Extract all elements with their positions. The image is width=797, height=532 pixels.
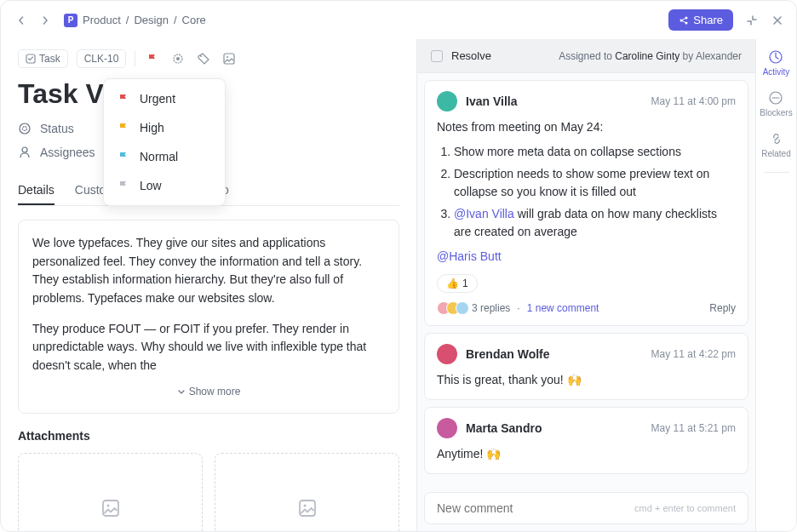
avatar — [437, 344, 457, 364]
breadcrumb-space-icon: P — [64, 14, 77, 27]
svg-point-8 — [226, 56, 228, 58]
reply-count[interactable]: 3 replies — [472, 302, 510, 314]
mention[interactable]: @Haris Butt — [437, 249, 502, 263]
comment-body: Anytime! 🙌 — [437, 445, 736, 463]
svg-point-9 — [20, 123, 30, 134]
svg-point-13 — [106, 505, 109, 507]
avatar — [437, 91, 457, 112]
description-text: They produce FOUT — or FOIT if you prefe… — [32, 320, 385, 375]
attachment-placeholder[interactable] — [18, 453, 203, 531]
comment-time: May 11 at 5:21 pm — [651, 422, 736, 434]
tag-icon[interactable] — [195, 50, 212, 67]
assigned-text: Assigned to Caroline Ginty by Alexander — [559, 50, 742, 62]
priority-option-high[interactable]: High — [104, 113, 225, 142]
svg-point-10 — [23, 127, 27, 131]
mention[interactable]: @Ivan Villa — [454, 207, 514, 220]
svg-point-6 — [200, 55, 202, 57]
close-icon[interactable] — [771, 14, 784, 27]
svg-rect-14 — [300, 501, 315, 516]
comment-card: Brendan Wolfe May 11 at 4:22 pm This is … — [424, 333, 748, 400]
rail-blockers[interactable]: Blockers — [760, 90, 792, 117]
new-comment-box[interactable]: cmd + enter to comment — [424, 492, 748, 524]
comment-author: Marta Sandro — [466, 421, 542, 435]
comment-list: Ivan Villa May 11 at 4:00 pm Notes from … — [417, 73, 755, 485]
svg-rect-12 — [103, 501, 118, 516]
reaction-button[interactable]: 👍 1 — [437, 274, 478, 293]
collapse-icon[interactable] — [745, 14, 759, 27]
new-comment-input[interactable] — [437, 501, 634, 515]
task-detail-panel: Task CLK-10 — [1, 39, 416, 531]
breadcrumb[interactable]: P Product / Design / Core — [64, 14, 206, 27]
side-rail: Activity Blockers Related — [755, 39, 796, 531]
svg-point-15 — [303, 505, 306, 507]
priority-option-normal[interactable]: Normal — [104, 142, 225, 171]
submit-hint: cmd + enter to comment — [634, 503, 736, 513]
tab-custom[interactable]: Custo — [75, 176, 106, 205]
resolve-bar: Resolve Assigned to Caroline Ginty by Al… — [417, 39, 755, 73]
activity-panel: Resolve Assigned to Caroline Ginty by Al… — [416, 39, 755, 531]
priority-dropdown: Urgent High Normal Low — [103, 78, 226, 206]
svg-point-5 — [176, 57, 180, 60]
image-icon[interactable] — [221, 50, 238, 67]
comment-time: May 11 at 4:00 pm — [651, 95, 736, 107]
tab-details[interactable]: Details — [18, 176, 54, 205]
description-text: We love typefaces. They give our sites a… — [32, 234, 385, 308]
nav-back-button[interactable] — [13, 12, 30, 29]
breadcrumb-item[interactable]: Product — [83, 14, 121, 26]
task-type-badge[interactable]: Task — [18, 49, 68, 68]
nav-forward-button[interactable] — [37, 12, 54, 29]
resolve-checkbox[interactable] — [431, 50, 443, 62]
priority-option-low[interactable]: Low — [104, 171, 225, 200]
rail-related[interactable]: Related — [761, 131, 790, 158]
comment-time: May 11 at 4:22 pm — [651, 348, 736, 360]
attachment-placeholder[interactable] — [215, 453, 399, 531]
comment-author: Brendan Wolfe — [466, 347, 550, 361]
comment-body: This is great, thank you! 🙌 — [437, 371, 736, 389]
comment-card: Marta Sandro May 11 at 5:21 pm Anytime! … — [424, 407, 748, 474]
reply-button[interactable]: Reply — [709, 302, 736, 314]
breadcrumb-item[interactable]: Core — [182, 14, 206, 26]
app-header: P Product / Design / Core Share — [1, 1, 796, 39]
sprint-icon[interactable] — [169, 50, 186, 67]
rail-activity[interactable]: Activity — [763, 49, 790, 77]
svg-point-11 — [22, 147, 27, 152]
task-id-badge[interactable]: CLK-10 — [77, 49, 127, 68]
description-box[interactable]: We love typefaces. They give our sites a… — [18, 220, 399, 414]
comment-card: Ivan Villa May 11 at 4:00 pm Notes from … — [424, 80, 748, 326]
priority-flag-icon[interactable] — [144, 50, 161, 67]
comment-author: Ivan Villa — [466, 94, 517, 108]
breadcrumb-item[interactable]: Design — [134, 14, 168, 26]
attachments-heading: Attachments — [18, 429, 399, 443]
resolve-label: Resolve — [451, 49, 491, 62]
share-button[interactable]: Share — [668, 9, 733, 31]
comment-body: Notes from meeting on May 24: Show more … — [437, 118, 736, 266]
new-comment-badge[interactable]: 1 new comment — [527, 302, 599, 314]
priority-option-urgent[interactable]: Urgent — [104, 84, 225, 113]
show-more-button[interactable]: Show more — [32, 380, 385, 400]
avatar — [437, 418, 457, 438]
reply-avatars — [437, 301, 465, 315]
svg-rect-7 — [224, 54, 234, 64]
